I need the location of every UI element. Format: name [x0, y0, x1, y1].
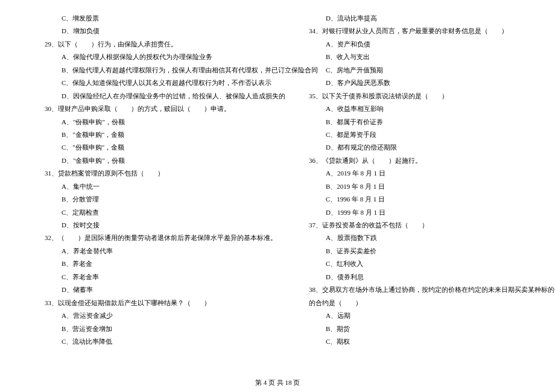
question-text: 33、以现金偿还短期借款后产生以下哪种结果？（ ） — [42, 297, 278, 309]
option-text: D、债券利息 — [306, 271, 542, 283]
option-text: C、红利收入 — [306, 258, 542, 270]
option-text: C、"份额申购"，金额 — [42, 141, 278, 154]
option-text: B、期货 — [306, 323, 542, 335]
option-text: D、客户风险厌恶系数 — [306, 77, 542, 89]
option-text: A、集中统一 — [42, 180, 278, 193]
option-text: C、都是筹资手段 — [306, 128, 542, 141]
option-text: C、保险人知道保险代理人以其名义有超越代理权行为时，不作否认表示 — [42, 77, 278, 89]
question-text: 37、证券投资基金的收益不包括（ ） — [306, 219, 542, 232]
two-column-layout: C、增发股票 D、增加负债 29、以下（ ）行为，由保险人承担责任。 A、保险代… — [42, 12, 513, 368]
option-text: A、"份额申购"，份额 — [42, 116, 278, 128]
option-text: D、增加负债 — [42, 25, 278, 37]
question-text: 34、对银行理财从业人员而言，客户最重要的非财务信息是（ ） — [306, 25, 542, 37]
option-text: B、保险代理人有超越代理权限行为，投保人有理由相信其有代理权，并已订立保险合同 — [42, 64, 278, 77]
option-text: A、资产和负债 — [306, 38, 542, 51]
page-footer: 第 4 页 共 18 页 — [0, 378, 555, 387]
question-text: 29、以下（ ）行为，由保险人承担责任。 — [42, 38, 278, 51]
question-text: 31、贷款档案管理的原则不包括（ ） — [42, 167, 278, 180]
option-text: C、期权 — [306, 335, 542, 348]
option-text: A、保险代理人根据保险人的授权代为办理保险业务 — [42, 51, 278, 63]
option-text: D、储蓄率 — [42, 283, 278, 296]
option-text: C、养老金率 — [42, 271, 278, 283]
option-text: D、因保险经纪人在办理保险业务中的过错，给投保人、被保险人造成损失的 — [42, 90, 278, 103]
question-text: 32、（ ）是国际通用的衡量劳动者退休前后养老保障水平差异的基本标准。 — [42, 232, 278, 244]
option-text: C、1996 年 8 月 1 日 — [306, 193, 542, 206]
question-text: 38、交易双方在场外市场上通过协商，按约定的价格在约定的未来日期买卖某种标的金融… — [306, 283, 542, 296]
option-text: B、分散管理 — [42, 193, 278, 206]
option-text: D、"金额申购"，份额 — [42, 154, 278, 167]
option-text: B、收入与支出 — [306, 51, 542, 63]
option-text: A、2019 年 8 月 1 日 — [306, 167, 542, 180]
option-text: C、定期检查 — [42, 206, 278, 219]
option-text: C、增发股票 — [42, 12, 278, 25]
question-text: 36、《贷款通则》从（ ）起施行。 — [306, 154, 542, 167]
option-text: B、都属于有价证券 — [306, 116, 542, 128]
option-text: A、营运资金减少 — [42, 309, 278, 322]
option-text: A、股票指数下跌 — [306, 232, 542, 244]
option-text: D、流动比率提高 — [306, 12, 542, 25]
option-text: C、流动比率降低 — [42, 335, 278, 348]
question-text: 35、以下关于债券和股票说法错误的是（ ） — [306, 90, 542, 103]
option-text: B、2019 年 8 月 1 日 — [306, 180, 542, 193]
option-text: A、养老金替代率 — [42, 245, 278, 258]
option-text: B、养老金 — [42, 258, 278, 270]
option-text: B、"金额申购"，金额 — [42, 128, 278, 141]
option-text: D、都有规定的偿还期限 — [306, 141, 542, 154]
option-text: A、收益率相互影响 — [306, 103, 542, 115]
question-text: 30、理财产品申购采取（ ）的方式，赎回以（ ）申请。 — [42, 103, 278, 115]
option-text: D、按时交接 — [42, 219, 278, 232]
option-text: C、房地产升值预期 — [306, 64, 542, 77]
option-text: B、证券买卖差价 — [306, 245, 542, 258]
option-text: B、营运资金增加 — [42, 323, 278, 335]
left-column: C、增发股票 D、增加负债 29、以下（ ）行为，由保险人承担责任。 A、保险代… — [42, 12, 278, 368]
option-text: A、远期 — [306, 309, 542, 322]
question-continuation: 的合约是（ ） — [306, 297, 542, 309]
right-column: D、流动比率提高 34、对银行理财从业人员而言，客户最重要的非财务信息是（ ） … — [306, 12, 542, 368]
option-text: D、1999 年 8 月 1 日 — [306, 206, 542, 219]
